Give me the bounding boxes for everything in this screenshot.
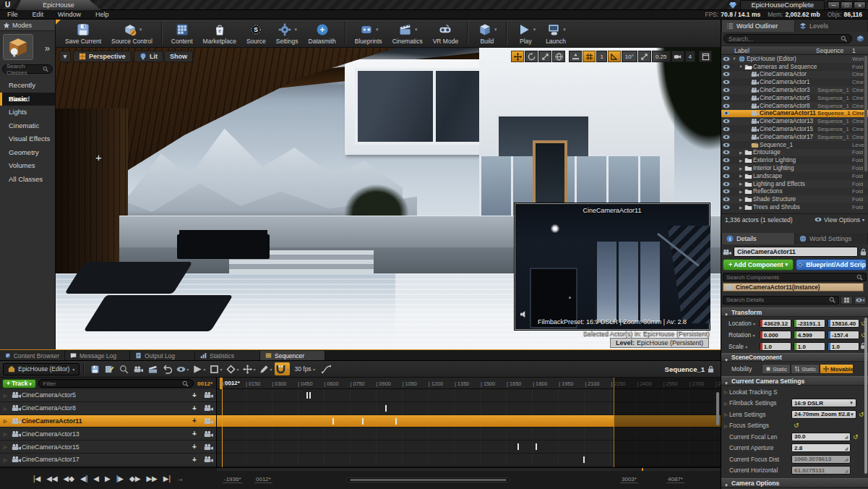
outliner-row-cinecameraactor17[interactable]: CineCameraActor17Sequence_1Cine [721,133,868,141]
tab-levels[interactable]: Levels [795,20,867,32]
undo-button[interactable] [160,362,173,375]
modes-tab[interactable]: Modes [0,20,55,31]
scrollbar-thumb[interactable] [350,479,507,481]
tab-output-log[interactable]: Output Log [130,351,195,360]
slate-button[interactable] [146,362,159,375]
show-button[interactable]: Show [164,51,193,62]
toolbar-button-save-current[interactable]: Save Current [60,20,106,47]
transform-value-field[interactable]: 0.000 [760,331,791,339]
mobility-movable-button[interactable]: Movable [820,364,854,374]
camera-options-header[interactable]: ▼Camera Options [721,478,868,488]
keyframe-mark[interactable] [385,405,387,412]
timeline-ruler[interactable]: 0012* | 0000| 0150| 0300| 0450| 0600| 07… [217,378,721,389]
transform-value-field[interactable]: 43629.12 [760,319,791,328]
tab-world-outliner[interactable]: World Outliner [722,20,794,32]
transport-button-0[interactable]: |◀ [33,475,40,482]
curve-button[interactable] [319,362,332,375]
keyframe-mark[interactable] [583,456,585,463]
mode-item-all-classes[interactable]: All Classes [0,173,55,187]
scene-component-header[interactable]: ▼SceneComponent [721,353,868,362]
toolbar-button-build[interactable]: ▾Build [472,20,502,47]
transport-button-3[interactable]: ◀| [80,475,87,482]
tab-message-log[interactable]: Message Log [65,351,130,360]
outliner-row-cinecameraactor13[interactable]: CineCameraActor13Sequence_1Cine [721,117,868,125]
timeline-lane-cinecameraactor5[interactable] [217,389,721,402]
add-section-button[interactable]: + [189,391,200,399]
move-button[interactable] [511,51,524,62]
outliner-row-shade-structure[interactable]: ▶Shade StructureFold [721,195,868,203]
keyframe-mark[interactable] [517,443,519,450]
perspective-button[interactable]: Perspective [73,51,132,62]
visibility-toggle[interactable] [721,64,731,69]
field-current-aperture[interactable]: 2.8◢ [791,443,851,452]
visibility-toggle[interactable] [721,182,731,187]
outliner-row-cinecameraactor[interactable]: CineCameraActorCine [721,71,868,79]
track-cinecameraactor11[interactable]: ▷CineCameraActor11+ [0,415,216,428]
snap-value-0-25[interactable]: 0.25 [652,51,671,62]
expander-icon[interactable]: ▷ [4,431,10,436]
expander-icon[interactable]: ▶ [738,182,744,186]
expander-icon[interactable]: ▷ [4,444,10,449]
timeline-lane-cinecameraactor8[interactable] [217,402,721,415]
expander-icon[interactable]: ▷ [724,389,729,394]
outliner-column-header[interactable]: Label Sequence 1 [721,46,868,55]
add-section-button[interactable]: + [189,430,200,438]
visibility-toggle[interactable] [721,95,731,101]
transform-value-field[interactable]: 15816.40 [828,319,859,328]
current-camera-settings-header[interactable]: ▼Current Camera Settings [721,376,868,386]
column-extra[interactable]: 1 [852,47,868,54]
visibility-toggle[interactable] [721,205,731,210]
outliner-search-input[interactable]: Search... [723,34,852,43]
menu-edit[interactable]: Edit [25,11,51,18]
expander-icon[interactable]: ▶ [738,197,744,202]
camera-lock-button[interactable] [200,430,216,438]
visibility-toggle[interactable] [721,111,731,116]
mode-item-volumes[interactable]: Volumes [0,159,55,173]
toolbar-button-blueprints[interactable]: ▾Blueprints [350,20,387,47]
range-end-field[interactable]: 4087* [666,476,684,483]
toolbar-button-play[interactable]: ▾Play [511,20,541,47]
transport-button-8[interactable]: ▶▶ [146,475,157,482]
camera-speed-button[interactable] [671,51,684,62]
transform-value-field[interactable]: 1.0 [794,342,825,351]
search-classes-input[interactable]: Search Classes [2,64,53,74]
viewport-options-button[interactable]: ▾ [59,51,71,62]
mobility-static-button[interactable]: Static [791,364,820,374]
track-cinecameraactor8[interactable]: ▷CineCameraActor8+ [0,402,216,415]
display-filter-button[interactable]: ▾ [854,296,867,305]
menu-help[interactable]: Help [88,11,116,18]
tab-world-settings[interactable]: World Settings [795,233,867,244]
modes-expand-chevrons[interactable]: » [45,43,50,54]
keyframe-mark[interactable] [395,418,397,425]
transform-section-header[interactable]: ▼Transform [721,307,868,317]
visibility-toggle[interactable] [721,189,731,194]
toolbar-button-vr-mode[interactable]: VR Mode [428,20,463,47]
transport-button-4[interactable]: ◀ [93,475,99,482]
outliner-row-exterior-lighting[interactable]: ▶Exterior LightingFold [721,156,868,164]
view-options-button[interactable]: View Options▾ [815,216,864,224]
outliner-row-cinecameraactor3[interactable]: CineCameraActor3Sequence_1Cine [721,86,868,94]
keyframe-mark[interactable] [306,392,308,399]
component-instance-row[interactable]: CineCameraActor11(Instance) [723,283,864,292]
toolbar-button-launch[interactable]: ▾Launch [541,20,571,47]
outliner-row-lighting-and-effects[interactable]: ▶Lighting and EffectsFold [721,180,868,188]
rotate-button[interactable] [525,51,538,62]
snap-value-10[interactable]: 10° [622,51,637,62]
visibility-toggle[interactable] [721,158,731,163]
track-filter-input[interactable]: Filter [38,379,194,388]
project-tab[interactable]: EpicHouse [16,0,101,10]
mode-item-visual-effects[interactable]: Visual Effects [0,132,55,146]
toolbar-button-source[interactable]: SSource [241,20,271,47]
expander-icon[interactable]: ▶ [738,174,744,178]
sequencer-breadcrumb[interactable]: EpicHouse (Editor)▾ [3,363,80,375]
sequencer-timeline[interactable]: 0012* | 0000| 0150| 0300| 0450| 0600| 07… [217,378,721,467]
timeline-lane-cinecameraactor15[interactable] [217,441,721,454]
globe-button[interactable] [552,51,565,62]
keyframe-mark[interactable] [332,418,334,425]
visibility-toggle[interactable] [721,150,731,155]
visibility-toggle[interactable] [721,103,731,109]
expander-icon[interactable]: ▷ [4,418,10,423]
outliner-scrollbar[interactable] [864,56,867,171]
visibility-toggle[interactable] [721,174,731,179]
keyframe-mark[interactable] [309,392,311,399]
